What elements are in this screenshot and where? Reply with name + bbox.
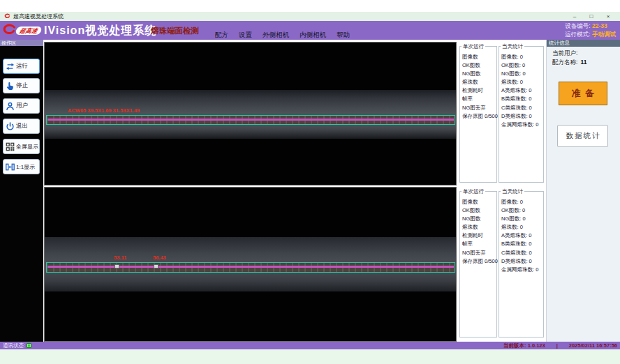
stat-row: NG图数: [462, 215, 496, 223]
stop-button[interactable]: 停止: [3, 78, 40, 93]
group-title: 单次运行: [462, 43, 485, 50]
recipe-row: 配方名称:11: [552, 59, 586, 67]
stat-row: 帧率: [462, 240, 496, 248]
stats-panel-bottom: 单次运行 图像数OK图数NG图数熔珠数检测耗时帧率NG图丢弃保存原图 0/500…: [459, 187, 545, 340]
user-button-label: 用户: [16, 102, 28, 110]
comm-status-label: 通讯状态:: [3, 342, 25, 349]
version-value: 当前版本: 1.0.123: [503, 342, 545, 349]
close-button[interactable]: ×: [602, 12, 614, 21]
bead-line: [47, 266, 454, 268]
data-stats-button[interactable]: 数据统计: [557, 125, 608, 147]
one-to-one-icon: [6, 162, 15, 172]
stat-row: 金属网熔珠数: 0: [501, 266, 543, 274]
operation-sidebar: 运行 停止 用户 退出: [0, 46, 43, 342]
stat-row: 金属网熔珠数: 0: [501, 121, 543, 129]
stat-row: OK图数: 0: [501, 206, 543, 215]
stat-row: B类熔珠数: 0: [501, 240, 543, 248]
separator: |: [556, 342, 558, 349]
stats-group-single-run: 单次运行 图像数OK图数NG图数熔珠数检测耗时帧率NG图丢弃保存原图 0/500: [459, 46, 497, 183]
menu-item-outer-camera[interactable]: 外侧相机: [263, 31, 289, 40]
menu-item-inner-camera[interactable]: 内侧相机: [300, 31, 326, 40]
app-header: 超高速 IVision视觉处理系统 熔珠端面检测 配方 设置 外侧相机 内侧相机…: [0, 21, 620, 40]
user-button[interactable]: 用户: [3, 98, 40, 114]
stat-row: D类熔珠数: 0: [501, 257, 543, 266]
stat-row: 图像数: 0: [501, 198, 543, 206]
current-user-label: 当前用户:: [552, 50, 577, 58]
measurement-annotation: ACW05 39.5X1.69 31.53X1.49: [68, 107, 140, 114]
stat-row: 图像数: 0: [501, 53, 543, 61]
user-icon: [6, 102, 15, 111]
app-subtitle: 熔珠端面检测: [151, 21, 199, 40]
hand-icon: [6, 82, 15, 91]
stat-row: 熔珠数: 0: [501, 223, 543, 232]
app-window: 超高速视觉处理系统 – □ × 超高速 IVision视觉处理系统 熔珠端面检测…: [0, 0, 620, 364]
stat-row: D类熔珠数: 0: [501, 112, 543, 121]
bead-line: [47, 119, 454, 121]
group-title: 单次运行: [462, 188, 485, 195]
stop-button-label: 停止: [16, 82, 28, 90]
one-to-one-button-label: 1:1显示: [16, 163, 35, 171]
power-icon: [6, 122, 15, 131]
stats-group-today: 当天统计 图像数: 0OK图数: 0NG图数: 0熔珠数: 0A类熔珠数: 0B…: [499, 191, 544, 338]
stat-row: NG图数: 0: [501, 70, 543, 78]
stat-row: OK图数: [462, 206, 496, 215]
stat-row: 熔珠数: [462, 223, 496, 232]
defect-marker: [154, 264, 158, 268]
stat-row: 保存原图 0/500: [462, 257, 496, 266]
prepare-button[interactable]: 准备: [559, 82, 607, 105]
exit-button[interactable]: 退出: [3, 119, 40, 134]
stat-row: NG图数: 0: [501, 215, 543, 223]
device-no-label: 设备编号:: [565, 22, 590, 29]
stat-row: 熔珠数: 0: [501, 78, 543, 86]
minimize-button[interactable]: –: [568, 12, 581, 21]
defect-label: 56.43: [153, 255, 166, 261]
maximize-button[interactable]: □: [585, 12, 598, 21]
run-mode-value: 手动调试: [592, 31, 616, 38]
stats-group-single-run: 单次运行 图像数OK图数NG图数熔珠数检测耗时帧率NG图丢弃保存原图 0/500: [459, 191, 497, 338]
detection-rect: [46, 115, 455, 125]
camera-view-top[interactable]: ACW05 39.5X1.69 31.53X1.49: [44, 42, 457, 185]
stat-row: NG图数: [462, 70, 496, 78]
defect-marker: [115, 264, 119, 268]
defect-label: 53.11: [114, 255, 126, 261]
menu-item-settings[interactable]: 设置: [239, 31, 252, 40]
group-title: 当天统计: [501, 188, 524, 195]
stat-row: 图像数: [462, 198, 496, 206]
footer-strip: [0, 349, 620, 364]
info-panel-title: 统计信息: [547, 40, 620, 47]
stat-row: 熔珠数: [462, 78, 496, 86]
info-panel: 统计信息 当前用户: 配方名称:11 准备 数据统计: [546, 40, 620, 342]
stat-row: OK图数: 0: [501, 61, 543, 70]
window-title: 超高速视觉处理系统: [13, 12, 64, 21]
camera-view-bottom[interactable]: 53.11 56.43: [44, 187, 457, 342]
stat-row: 图像数: [462, 53, 496, 61]
stat-row: NG图丢弃: [462, 249, 496, 257]
fullscreen-button-label: 全屏显示: [16, 143, 38, 151]
run-button[interactable]: 运行: [3, 59, 40, 74]
datetime-value: 2025/02/11 16:57:56: [569, 342, 617, 349]
stat-row: 检测耗时: [462, 232, 496, 240]
run-mode-label: 运行模式:: [565, 31, 590, 38]
header-info: 设备编号: 22-33 运行模式: 手动调试: [565, 22, 616, 38]
menu-item-recipe[interactable]: 配方: [215, 31, 228, 40]
comm-status-indicator: [27, 343, 31, 348]
stat-row: B类熔珠数: 0: [501, 95, 543, 103]
app-logo-icon: [4, 13, 10, 20]
exit-button-label: 退出: [16, 122, 28, 130]
camera-image-band: [45, 90, 456, 139]
stat-row: NG图丢弃: [462, 104, 496, 112]
stat-row: A类熔珠数: 0: [501, 232, 543, 240]
stats-panel-top: 单次运行 图像数OK图数NG图数熔珠数检测耗时帧率NG图丢弃保存原图 0/500…: [459, 42, 545, 185]
stats-group-today: 当天统计 图像数: 0OK图数: 0NG图数: 0熔珠数: 0A类熔珠数: 0B…: [499, 46, 544, 183]
sidebar-title: 操作区: [0, 40, 43, 46]
menu-item-help[interactable]: 帮助: [337, 31, 350, 40]
one-to-one-button[interactable]: 1:1显示: [3, 159, 40, 174]
brand-swirl-icon: [2, 23, 17, 38]
run-arrows-icon: [6, 62, 15, 71]
brand-badge: 超高速: [15, 26, 43, 35]
status-bar: 通讯状态: 当前版本: 1.0.123 | 2025/02/11 16:57:5…: [0, 342, 620, 349]
fullscreen-button[interactable]: 全屏显示: [3, 139, 40, 154]
stat-row: C类熔珠数: 0: [501, 249, 543, 257]
stat-row: 帧率: [462, 95, 496, 103]
version-area: 当前版本: 1.0.123 | 2025/02/11 16:57:56: [503, 342, 617, 349]
